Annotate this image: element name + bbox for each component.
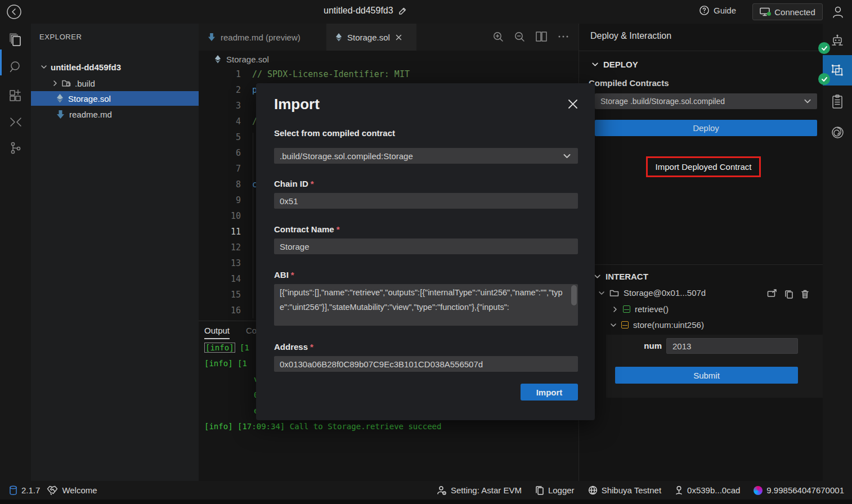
tab-storage-sol[interactable]: Storage.sol: [326, 24, 416, 51]
left-activity-bar: [0, 24, 31, 481]
param-num-input[interactable]: 2013: [666, 338, 798, 354]
breadcrumb[interactable]: Storage.sol: [214, 52, 269, 66]
abi-textarea[interactable]: [{"inputs":[],"name":"retrieve","outputs…: [274, 284, 578, 326]
tree-item-build[interactable]: .build: [31, 76, 199, 91]
user-avatar-icon[interactable]: [831, 4, 845, 19]
network-label: Shibuya Testnet: [602, 485, 661, 495]
more-actions-icon[interactable]: [557, 31, 570, 43]
line-number: 6: [199, 145, 241, 161]
import-deployed-contract-button[interactable]: Import Deployed Contract: [656, 162, 752, 172]
connected-button[interactable]: Connected: [752, 3, 823, 20]
version-item[interactable]: 2.1.7: [9, 485, 40, 496]
line-number: 16: [199, 303, 241, 318]
search-icon[interactable]: [0, 53, 31, 81]
import-deployed-highlight-box: Import Deployed Contract: [646, 156, 761, 177]
breadcrumb-label: Storage.sol: [226, 55, 269, 64]
line-number: 1: [199, 66, 241, 82]
modal-title: Import: [274, 96, 320, 113]
network-item[interactable]: Shibuya Testnet: [588, 485, 661, 495]
check-badge-icon: [818, 42, 830, 54]
line-number: 15: [199, 287, 241, 303]
ai-assistant-icon[interactable]: [823, 117, 852, 147]
tab-output[interactable]: Output: [204, 326, 230, 339]
readme-file-label: readme.md: [69, 110, 112, 119]
function-retrieve-row[interactable]: retrieve(): [612, 304, 669, 314]
open-external-icon[interactable]: [767, 289, 777, 299]
logger-item[interactable]: Logger: [535, 485, 575, 495]
markdown-file-icon: [208, 33, 216, 42]
connected-label: Connected: [774, 7, 815, 17]
folder-icon: [62, 79, 71, 87]
import-modal: Import Select from compiled contract .bu…: [256, 83, 595, 420]
explorer-header: EXPLORER: [39, 33, 82, 41]
modules-icon[interactable]: [0, 82, 31, 110]
tree-item-readme-md[interactable]: readme.md: [31, 107, 199, 122]
line-number: 13: [199, 255, 241, 271]
interact-section-header[interactable]: INTERACT: [594, 272, 648, 281]
scrollbar-thumb[interactable]: [571, 285, 577, 305]
audit-clipboard-icon[interactable]: [823, 87, 852, 117]
compiled-contract-dropdown[interactable]: .build/Storage.sol.compiled:Storage: [274, 148, 578, 164]
deploy-button[interactable]: Deploy: [595, 120, 817, 136]
globe-icon: [588, 485, 598, 495]
editor-tab-strip: readme.md (preview) Storage.sol: [199, 24, 579, 51]
line-number: 14: [199, 271, 241, 287]
balance-item[interactable]: 9.998564047670001: [754, 485, 844, 495]
address-label: Address*: [274, 342, 313, 352]
contract-name-input[interactable]: Storage: [274, 238, 578, 254]
log-line: [info] [1: [204, 343, 249, 352]
close-icon[interactable]: [567, 98, 579, 110]
chain-id-input[interactable]: 0x51: [274, 193, 578, 209]
tree-root-folder[interactable]: untitled-dd459fd3: [31, 60, 199, 74]
wallet-address-item[interactable]: 0x539b...0cad: [675, 485, 740, 495]
store-function-label: store(num:uint256): [633, 320, 704, 330]
delete-icon[interactable]: [801, 289, 809, 299]
log-line: [info] [17:09:34] Call to Storage.retrie…: [204, 422, 441, 431]
chain-id-label: Chain ID*: [274, 179, 314, 188]
markdown-file-icon: [56, 110, 65, 119]
contract-instance-row[interactable]: Storage@0x01...507d: [598, 288, 706, 298]
setting-item[interactable]: Setting: Astar EVM: [437, 485, 522, 496]
deploy-section-header[interactable]: DEPLOY: [591, 60, 638, 69]
retrieve-function-label: retrieve(): [635, 304, 669, 314]
chevron-right-icon: [52, 80, 59, 87]
tab-readme-preview[interactable]: readme.md (preview): [199, 24, 326, 51]
required-asterisk: *: [291, 270, 294, 280]
address-input[interactable]: 0x0130a06B28f0C89b07C9Ec3B101CD038A55650…: [274, 356, 578, 372]
zoom-out-icon[interactable]: [514, 31, 526, 43]
rename-pencil-icon[interactable]: [398, 6, 407, 16]
source-control-icon[interactable]: [0, 134, 31, 162]
guide-button[interactable]: Guide: [699, 5, 736, 16]
right-activity-bar: [823, 24, 852, 481]
write-function-icon: [621, 321, 629, 328]
submit-button[interactable]: Submit: [615, 367, 798, 384]
line-number: 8: [199, 177, 241, 192]
logger-pages-icon: [535, 485, 544, 495]
required-asterisk: *: [310, 342, 313, 352]
pin-icon: [675, 485, 683, 495]
code-line: // SPDX-License-Identifier: MIT: [252, 66, 410, 82]
copy-icon[interactable]: [784, 289, 793, 299]
setting-label: Setting: Astar EVM: [451, 485, 522, 495]
database-icon: [9, 485, 17, 496]
modal-import-button[interactable]: Import: [521, 384, 578, 400]
split-editor-icon[interactable]: [535, 31, 548, 43]
tab-storage-label: Storage.sol: [347, 33, 390, 42]
check-badge-icon: [818, 73, 830, 85]
project-title: untitled-dd459fd3: [324, 6, 393, 16]
compiled-contract-select[interactable]: Storage .build/Storage.sol.compiled: [595, 93, 817, 109]
line-number: 2: [199, 82, 241, 98]
close-tab-icon[interactable]: [395, 34, 402, 41]
zoom-in-icon[interactable]: [492, 31, 504, 43]
welcome-item[interactable]: Welcome: [47, 485, 97, 496]
line-number: 9: [199, 192, 241, 208]
deploy-interaction-panel: Deploy & Interaction DEPLOY Compiled Con…: [579, 24, 823, 481]
function-store-row[interactable]: store(num:uint256): [610, 320, 704, 330]
tree-item-storage-sol[interactable]: Storage.sol: [31, 91, 199, 106]
required-asterisk: *: [311, 179, 314, 188]
status-bar: 2.1.7 Welcome Setting: Astar EVM Logger …: [0, 481, 852, 500]
back-button[interactable]: [6, 3, 23, 20]
explorer-icon[interactable]: [0, 26, 31, 54]
collapse-panels-icon[interactable]: [0, 108, 31, 136]
wallet-address-label: 0x539b...0cad: [687, 485, 740, 495]
